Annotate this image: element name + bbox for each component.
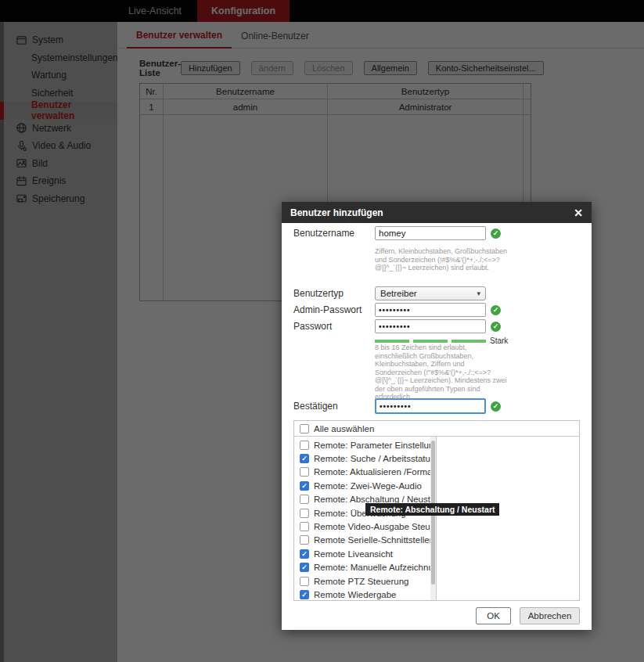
permission-label: Remote Serielle-Schnittstellensteuerung [314, 535, 437, 545]
permission-label: Remote: Aktualisieren /Formatieren [314, 467, 437, 477]
permission-item[interactable]: Remote: Manuelle Aufzeichnung [294, 561, 436, 574]
ok-button[interactable]: OK [476, 607, 511, 624]
checkbox-icon[interactable] [300, 563, 309, 572]
permission-label: Remote: Suche / Arbeitsstatus abfr. [314, 454, 437, 463]
username-input[interactable]: homey [375, 226, 486, 240]
permission-item[interactable]: Remote Serielle-Schnittstellensteuerung [294, 534, 436, 547]
permission-item[interactable]: Remote: Suche / Arbeitsstatus abfr. [294, 452, 436, 465]
password-input[interactable]: ••••••••• [375, 319, 486, 333]
select-all-label: Alle auswählen [314, 424, 374, 434]
strength-segment [375, 340, 409, 343]
permissions-columns: Remote: Parameter Einstellungen Remote: … [294, 437, 579, 600]
chevron-down-icon: ▾ [477, 290, 480, 297]
strength-segment [452, 340, 486, 343]
cancel-button[interactable]: Abbrechen [520, 607, 580, 624]
password-hint: 8 bis 16 Zeichen sind erlaubt, einschlie… [375, 344, 509, 401]
permissions-panel: Alle auswählen Remote: Parameter Einstel… [293, 420, 580, 601]
dialog-footer: OK Abbrechen [476, 607, 580, 624]
permission-item[interactable]: Remote PTZ Steuerung [294, 574, 436, 588]
confirm-password-input[interactable]: ••••••••• [375, 398, 486, 414]
permission-label: Remote: Zwei-Wege-Audio [314, 481, 422, 491]
username-label: Benutzername [293, 228, 375, 239]
permission-label: Remote Wiedergabe [314, 590, 396, 599]
permission-label: Remote: Manuelle Aufzeichnung [314, 563, 437, 572]
valid-check-icon [491, 305, 501, 315]
valid-check-icon [491, 322, 501, 332]
permissions-right-pane [437, 437, 579, 600]
permission-label: Remote Video-Ausgabe Steuerung [314, 522, 437, 531]
checkbox-icon[interactable] [300, 549, 309, 559]
checkbox-icon[interactable] [300, 441, 309, 450]
checkbox-icon[interactable] [300, 481, 309, 491]
valid-check-icon [491, 401, 501, 412]
checkbox-icon[interactable] [300, 424, 309, 434]
checkbox-icon[interactable] [300, 590, 309, 599]
permission-item[interactable]: Remote: Zwei-Wege-Audio [294, 479, 436, 492]
dialog-body: Benutzername homey Ziffern, Kleinbuchsta… [282, 223, 592, 630]
select-all-row[interactable]: Alle auswählen [294, 421, 579, 437]
add-user-dialog: Benutzer hinzufügen ✕ Benutzername homey… [282, 202, 592, 630]
valid-check-icon [491, 228, 501, 239]
confirm-password-row: Bestätigen ••••••••• [293, 398, 501, 414]
page: Live-Ansicht Konfiguration System System… [0, 0, 644, 662]
tooltip: Remote: Abschaltung / Neustart [365, 503, 499, 516]
checkbox-icon[interactable] [300, 454, 309, 463]
permission-item[interactable]: Remote Wiedergabe [294, 588, 436, 600]
permission-item[interactable]: Remote Liveansicht [294, 547, 436, 560]
username-row: Benutzername homey [293, 226, 501, 240]
dialog-title: Benutzer hinzufügen [290, 207, 383, 218]
password-row: Passwort ••••••••• [293, 319, 501, 333]
permission-item[interactable]: Remote Video-Ausgabe Steuerung [294, 520, 436, 533]
permission-item[interactable]: Remote: Aktualisieren /Formatieren [294, 466, 436, 479]
dialog-title-bar: Benutzer hinzufügen ✕ [282, 202, 592, 223]
admin-password-input[interactable]: ••••••••• [375, 303, 486, 317]
close-icon[interactable]: ✕ [574, 207, 583, 219]
confirm-password-label: Bestätigen [293, 401, 375, 412]
strength-segment [413, 340, 448, 343]
usertype-select[interactable]: Betreiber ▾ [375, 286, 486, 300]
permissions-list: Remote: Parameter Einstellungen Remote: … [294, 437, 437, 600]
usertype-selected-value: Betreiber [380, 289, 417, 298]
permission-item[interactable]: Remote: Parameter Einstellungen [294, 438, 436, 452]
checkbox-icon[interactable] [300, 535, 309, 545]
checkbox-icon[interactable] [300, 577, 309, 586]
admin-password-row: Admin-Passwort ••••••••• [293, 303, 501, 317]
password-label: Passwort [293, 321, 375, 332]
permission-label: Remote PTZ Steuerung [314, 577, 408, 586]
permission-label: Remote Liveansicht [314, 549, 393, 559]
checkbox-icon[interactable] [300, 495, 309, 504]
checkbox-icon[interactable] [300, 509, 309, 518]
checkbox-icon[interactable] [300, 467, 309, 477]
admin-password-label: Admin-Passwort [293, 304, 375, 315]
checkbox-icon[interactable] [300, 522, 309, 531]
usertype-label: Benutzertyp [293, 288, 375, 299]
usertype-row: Benutzertyp Betreiber ▾ [293, 286, 486, 300]
permission-label: Remote: Parameter Einstellungen [314, 441, 437, 450]
username-hint: Ziffern, Kleinbuchstaben, Großbuchstaben… [375, 247, 509, 272]
scrollbar[interactable] [430, 437, 436, 600]
